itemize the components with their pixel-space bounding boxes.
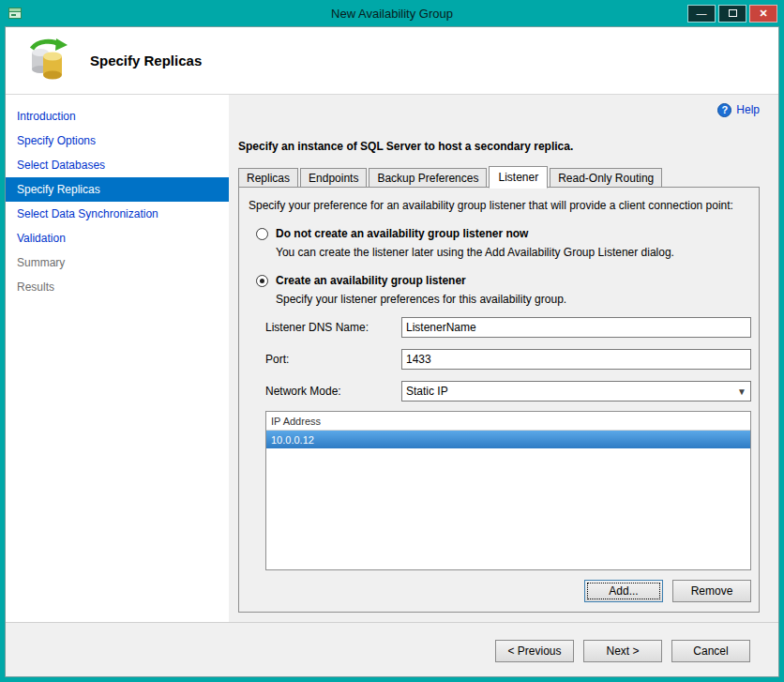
sidebar-item-summary: Summary bbox=[6, 250, 229, 275]
sidebar-item-specify-replicas[interactable]: Specify Replicas bbox=[6, 177, 229, 202]
tab-backup-preferences[interactable]: Backup Preferences bbox=[369, 168, 487, 188]
main-panel: ? Help Specify an instance of SQL Server… bbox=[229, 95, 778, 622]
replica-database-icon bbox=[26, 38, 69, 84]
previous-button[interactable]: < Previous bbox=[495, 640, 574, 662]
maximize-icon bbox=[729, 9, 737, 17]
page-title: Specify Replicas bbox=[90, 53, 202, 68]
minimize-button[interactable]: — bbox=[687, 5, 716, 23]
dialog-window: New Availability Group — ✕ bbox=[0, 0, 784, 682]
create-listener-radio-label[interactable]: Create an availability group listener bbox=[276, 274, 466, 287]
wizard-header: Specify Replicas bbox=[6, 27, 778, 95]
add-button[interactable]: Add... bbox=[584, 580, 663, 602]
dns-name-label: Listener DNS Name: bbox=[265, 321, 401, 334]
window-title: New Availability Group bbox=[5, 7, 779, 21]
sidebar-item-results: Results bbox=[6, 275, 229, 299]
port-input[interactable] bbox=[401, 349, 751, 370]
close-button[interactable]: ✕ bbox=[749, 5, 777, 23]
no-listener-radio-label[interactable]: Do not create an availability group list… bbox=[276, 227, 528, 240]
sidebar-item-specify-options[interactable]: Specify Options bbox=[6, 129, 229, 153]
remove-button[interactable]: Remove bbox=[672, 580, 751, 602]
no-listener-description: You can create the listener later using … bbox=[276, 246, 751, 259]
network-mode-value: Static IP bbox=[406, 385, 448, 398]
instruction-text: Specify an instance of SQL Server to hos… bbox=[238, 140, 760, 153]
sidebar-item-validation[interactable]: Validation bbox=[6, 226, 229, 250]
no-listener-radio[interactable] bbox=[256, 228, 268, 240]
sidebar-item-select-databases[interactable]: Select Databases bbox=[6, 153, 229, 177]
port-label: Port: bbox=[265, 353, 401, 366]
help-icon: ? bbox=[717, 103, 731, 117]
listener-preference-text: Specify your preference for an availabil… bbox=[249, 199, 751, 212]
listener-tab-panel: Specify your preference for an availabil… bbox=[238, 187, 760, 613]
help-link[interactable]: Help bbox=[736, 103, 760, 116]
network-mode-label: Network Mode: bbox=[265, 385, 401, 398]
tab-replicas[interactable]: Replicas bbox=[238, 168, 298, 188]
next-button[interactable]: Next > bbox=[583, 640, 662, 662]
maximize-button[interactable] bbox=[718, 5, 746, 23]
dns-name-input[interactable] bbox=[401, 317, 751, 338]
tab-endpoints[interactable]: Endpoints bbox=[300, 168, 367, 188]
create-listener-radio[interactable] bbox=[256, 275, 268, 287]
ip-address-column-header: IP Address bbox=[266, 412, 750, 431]
dialog-surface: Specify Replicas Introduction Specify Op… bbox=[5, 26, 779, 677]
tab-listener[interactable]: Listener bbox=[489, 166, 548, 189]
create-listener-description: Specify your listener preferences for th… bbox=[276, 293, 751, 306]
wizard-nav: Introduction Specify Options Select Data… bbox=[6, 95, 229, 622]
sidebar-item-introduction[interactable]: Introduction bbox=[6, 104, 229, 129]
titlebar: New Availability Group — ✕ bbox=[5, 0, 779, 26]
cancel-button[interactable]: Cancel bbox=[671, 640, 750, 662]
chevron-down-icon: ▼ bbox=[733, 382, 750, 401]
tab-read-only-routing[interactable]: Read-Only Routing bbox=[550, 168, 662, 188]
sidebar-item-select-data-synchronization[interactable]: Select Data Synchronization bbox=[6, 202, 229, 226]
tab-strip: Replicas Endpoints Backup Preferences Li… bbox=[238, 166, 760, 187]
ip-address-row[interactable]: 10.0.0.12 bbox=[266, 431, 750, 448]
ip-address-list[interactable]: IP Address 10.0.0.12 bbox=[265, 411, 751, 570]
network-mode-select[interactable]: Static IP ▼ bbox=[401, 381, 751, 402]
wizard-footer: < Previous Next > Cancel bbox=[6, 622, 778, 676]
